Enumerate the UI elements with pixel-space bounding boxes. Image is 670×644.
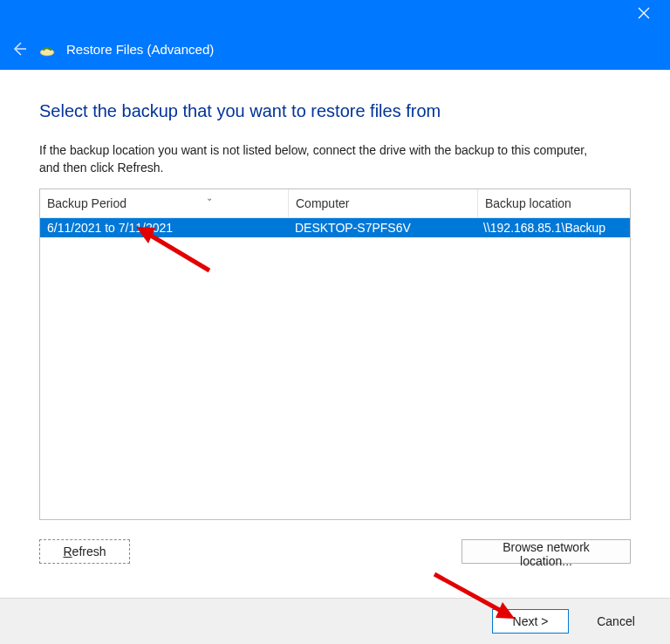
cell-backup-period: 6/11/2021 to 7/11/2021 xyxy=(40,221,288,235)
column-header-backup-period[interactable]: Backup Period ⌄ xyxy=(40,189,289,217)
wizard-footer: Next > Cancel xyxy=(0,598,670,644)
column-header-backup-location[interactable]: Backup location xyxy=(478,189,630,217)
content-area: Select the backup that you want to resto… xyxy=(0,70,670,564)
title-bar xyxy=(0,0,670,28)
refresh-button[interactable]: Refresh xyxy=(39,539,130,564)
backup-list: Backup Period ⌄ Computer Backup location… xyxy=(39,188,631,520)
chevron-down-icon: ⌄ xyxy=(206,193,213,202)
column-header-computer[interactable]: Computer xyxy=(289,189,478,217)
column-header-label: Backup Period xyxy=(47,196,126,210)
list-header: Backup Period ⌄ Computer Backup location xyxy=(40,189,630,218)
column-header-label: Computer xyxy=(296,196,349,210)
cell-backup-location: \\192.168.85.1\Backup xyxy=(476,221,630,235)
page-description: If the backup location you want is not l… xyxy=(39,142,598,176)
svg-point-3 xyxy=(40,49,54,56)
button-row: Refresh Browse network location... xyxy=(39,539,631,564)
next-button[interactable]: Next > xyxy=(492,609,569,634)
header-bar: Restore Files (Advanced) xyxy=(0,28,670,70)
column-header-label: Backup location xyxy=(485,196,571,210)
restore-files-icon xyxy=(38,40,56,58)
browse-network-location-button[interactable]: Browse network location... xyxy=(461,539,631,564)
cancel-button[interactable]: Cancel xyxy=(578,609,654,634)
window-title: Restore Files (Advanced) xyxy=(66,42,214,57)
backup-row[interactable]: 6/11/2021 to 7/11/2021 DESKTOP-S7PFS6V \… xyxy=(40,218,630,237)
close-icon[interactable] xyxy=(631,3,657,25)
page-heading: Select the backup that you want to resto… xyxy=(39,101,631,121)
back-arrow-icon[interactable] xyxy=(10,40,28,58)
cell-computer: DESKTOP-S7PFS6V xyxy=(288,221,476,235)
